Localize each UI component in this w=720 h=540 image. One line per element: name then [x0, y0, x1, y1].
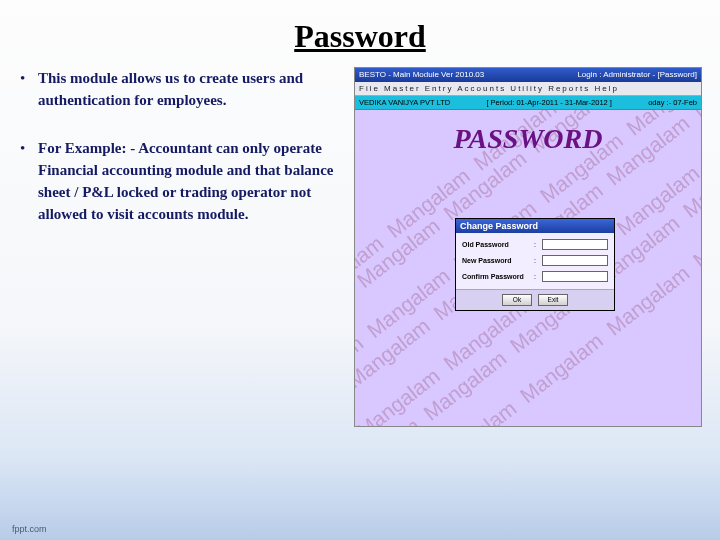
- ok-button[interactable]: Ok: [502, 294, 532, 306]
- app-window: BESTO - Main Module Ver 2010.03 Login : …: [354, 67, 702, 427]
- company-name: VEDIKA VANIJYA PVT LTD: [359, 96, 450, 109]
- bullet-item: • For Example: - Accountant can only ope…: [20, 137, 340, 225]
- infobar: VEDIKA VANIJYA PVT LTD [ Period: 01-Apr-…: [355, 96, 701, 110]
- menubar[interactable]: File Master Entry Accounts Utility Repor…: [355, 82, 701, 96]
- colon: :: [534, 273, 542, 280]
- footer-attribution: fppt.com: [12, 524, 47, 534]
- old-password-label: Old Password: [462, 241, 534, 248]
- confirm-password-label: Confirm Password: [462, 273, 534, 280]
- new-password-row: New Password :: [462, 255, 608, 266]
- confirm-password-row: Confirm Password :: [462, 271, 608, 282]
- screenshot-panel: BESTO - Main Module Ver 2010.03 Login : …: [354, 67, 700, 487]
- password-heading: PASSWORD: [355, 123, 701, 155]
- content-row: • This module allows us to create users …: [0, 67, 720, 487]
- bullet-dot-icon: •: [20, 67, 38, 111]
- exit-button[interactable]: Exit: [538, 294, 568, 306]
- dialog-buttons: Ok Exit: [456, 289, 614, 310]
- colon: :: [534, 257, 542, 264]
- old-password-row: Old Password :: [462, 239, 608, 250]
- today-label: oday :- 07-Feb: [648, 96, 697, 109]
- slide-title: Password: [0, 0, 720, 67]
- titlebar-left: BESTO - Main Module Ver 2010.03: [359, 68, 484, 82]
- colon: :: [534, 241, 542, 248]
- bullet-list: • This module allows us to create users …: [20, 67, 340, 487]
- bullet-dot-icon: •: [20, 137, 38, 225]
- confirm-password-input[interactable]: [542, 271, 608, 282]
- new-password-input[interactable]: [542, 255, 608, 266]
- change-password-dialog: Change Password Old Password : New Passw…: [455, 218, 615, 311]
- period-label: [ Period: 01-Apr-2011 - 31-Mar-2012 ]: [486, 96, 611, 109]
- new-password-label: New Password: [462, 257, 534, 264]
- dialog-body: Old Password : New Password : Confirm Pa…: [456, 233, 614, 289]
- titlebar-right: Login : Administrator - [Password]: [577, 68, 697, 82]
- bullet-item: • This module allows us to create users …: [20, 67, 340, 111]
- old-password-input[interactable]: [542, 239, 608, 250]
- dialog-title: Change Password: [456, 219, 614, 233]
- bullet-text: For Example: - Accountant can only opera…: [38, 137, 340, 225]
- bullet-text: This module allows us to create users an…: [38, 67, 340, 111]
- window-titlebar: BESTO - Main Module Ver 2010.03 Login : …: [355, 68, 701, 82]
